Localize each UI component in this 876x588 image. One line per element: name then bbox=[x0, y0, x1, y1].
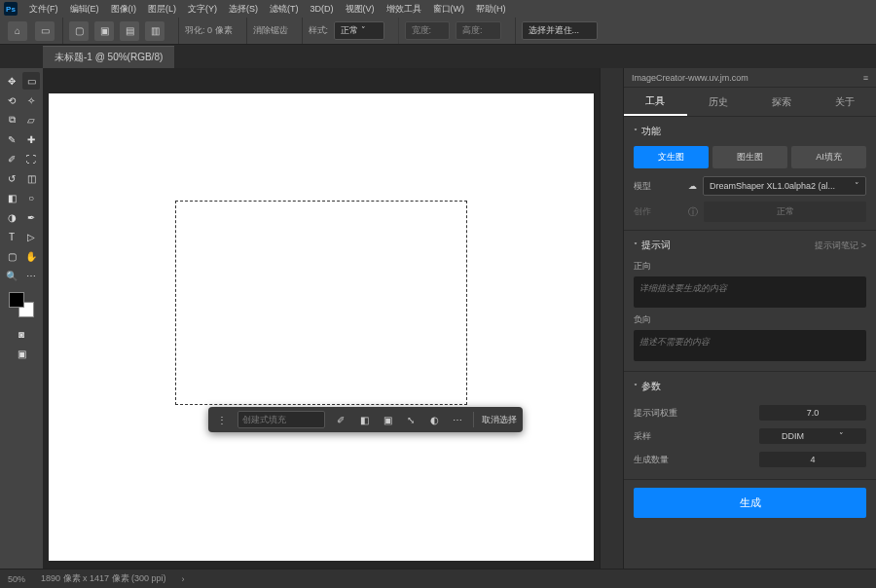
canvas[interactable] bbox=[49, 93, 594, 561]
wand-icon[interactable]: ✧ bbox=[22, 92, 40, 109]
tab-explore[interactable]: 探索 bbox=[750, 90, 814, 115]
chevron-down-icon[interactable]: ˅ bbox=[634, 128, 638, 136]
status-bar: 50% 1890 像素 x 1417 像素 (300 ppi) › bbox=[0, 569, 876, 588]
tab-about[interactable]: 关于 bbox=[813, 90, 876, 115]
dodge-icon[interactable]: ◑ bbox=[3, 208, 20, 226]
hand-icon[interactable]: ✋ bbox=[22, 247, 40, 265]
move-tool-icon[interactable]: ✥ bbox=[3, 72, 20, 90]
panel-title: ImageCreator-www.uv.jm.com bbox=[632, 73, 748, 83]
chevron-down-icon[interactable]: ˅ bbox=[634, 383, 638, 391]
mode-img2img[interactable]: 图生图 bbox=[712, 146, 787, 168]
positive-prompt[interactable] bbox=[634, 276, 866, 308]
menu-help[interactable]: 帮助(H) bbox=[476, 3, 506, 16]
marquee-tool-icon[interactable]: ▭ bbox=[35, 21, 55, 41]
heal-icon[interactable]: ✚ bbox=[22, 130, 40, 148]
info-icon: ⓘ bbox=[688, 205, 698, 219]
zoom-level[interactable]: 50% bbox=[8, 574, 25, 584]
tab-history[interactable]: 历史 bbox=[687, 90, 750, 115]
model-label: 模型 bbox=[634, 180, 682, 193]
shape-icon[interactable]: ▢ bbox=[3, 247, 20, 265]
menu-edit[interactable]: 编辑(E) bbox=[70, 3, 99, 16]
crop-icon[interactable]: ⧉ bbox=[3, 111, 20, 129]
gradient-icon[interactable]: ◧ bbox=[3, 189, 20, 206]
quickmask-icon[interactable]: ◙ bbox=[13, 325, 30, 343]
contextual-task-bar: ⋮ ✐ ◧ ▣ ⤡ ◐ ⋯ 取消选择 bbox=[208, 407, 523, 432]
count-value[interactable]: 4 bbox=[759, 452, 866, 467]
menu-filter[interactable]: 滤镜(T) bbox=[270, 3, 299, 16]
frame-icon[interactable]: ▱ bbox=[22, 111, 40, 129]
tab-tools[interactable]: 工具 bbox=[624, 89, 687, 116]
imagecreator-panel: ImageCreator-www.uv.jm.com ≡ 工具 历史 探索 关于… bbox=[623, 68, 876, 569]
sampler-select[interactable]: DDIM˅ bbox=[759, 428, 866, 444]
sel-sub-icon[interactable]: ▤ bbox=[120, 21, 139, 41]
type-icon[interactable]: T bbox=[3, 228, 20, 245]
marquee-icon[interactable]: ▭ bbox=[22, 72, 40, 90]
width-input: 宽度: bbox=[405, 21, 451, 40]
canvas-area[interactable]: ⋮ ✐ ◧ ▣ ⤡ ◐ ⋯ 取消选择 bbox=[43, 68, 600, 569]
menu-image[interactable]: 图像(I) bbox=[111, 3, 137, 16]
feather-label: 羽化: 0 像素 bbox=[185, 24, 233, 37]
menu-file[interactable]: 文件(F) bbox=[29, 3, 58, 16]
document-tab[interactable]: 未标题-1 @ 50%(RGB/8) bbox=[43, 46, 174, 68]
sel-new-icon[interactable]: ▢ bbox=[69, 21, 89, 41]
history-icon[interactable]: ↺ bbox=[3, 169, 20, 187]
pen-icon[interactable]: ✒ bbox=[22, 208, 40, 226]
panel-menu-icon[interactable]: ≡ bbox=[863, 73, 868, 83]
negative-prompt[interactable] bbox=[634, 330, 866, 361]
blur-icon[interactable]: ○ bbox=[22, 189, 40, 206]
deselect-button[interactable]: 取消选择 bbox=[482, 414, 517, 426]
eyedrop-icon[interactable]: ✎ bbox=[3, 130, 20, 148]
sel-int-icon[interactable]: ▥ bbox=[145, 21, 164, 41]
brush-icon[interactable]: ✐ bbox=[3, 150, 20, 167]
style-select[interactable]: 正常 ˅ bbox=[334, 21, 384, 40]
menu-plugins[interactable]: 增效工具 bbox=[386, 3, 421, 16]
menu-window[interactable]: 窗口(W) bbox=[433, 3, 465, 16]
path-icon[interactable]: ▷ bbox=[22, 228, 40, 245]
positive-label: 正向 bbox=[634, 260, 866, 273]
sel-add-icon[interactable]: ▣ bbox=[94, 21, 114, 41]
more-icon[interactable]: ⋯ bbox=[450, 412, 465, 427]
create-label: 创作 bbox=[634, 205, 682, 218]
fill-icon[interactable]: ▣ bbox=[380, 412, 395, 427]
more-icon[interactable]: ⋯ bbox=[22, 267, 40, 284]
transform-icon[interactable]: ⤡ bbox=[403, 412, 419, 427]
eraser-icon[interactable]: ◫ bbox=[22, 169, 40, 187]
create-mode: 正常 bbox=[704, 202, 866, 222]
options-bar: ⌂ ▭ ▢ ▣ ▤ ▥ 羽化: 0 像素 消除锯齿 样式: 正常 ˅ 宽度: 高… bbox=[0, 18, 876, 45]
mode-inpaint[interactable]: AI填充 bbox=[791, 146, 866, 168]
select-mask-button[interactable]: 选择并遮住... bbox=[522, 21, 599, 40]
chevron-icon[interactable]: › bbox=[182, 574, 185, 584]
adjust-icon[interactable]: ◧ bbox=[356, 412, 372, 427]
generate-button[interactable]: 生成 bbox=[634, 488, 866, 518]
selection-marquee bbox=[175, 201, 467, 405]
grip-icon[interactable]: ⋮ bbox=[214, 412, 230, 427]
menu-view[interactable]: 视图(V) bbox=[346, 3, 375, 16]
prompt-notes-link[interactable]: 提示词笔记 > bbox=[815, 239, 866, 252]
collapsed-panels[interactable] bbox=[600, 68, 623, 569]
cloud-icon: ☁ bbox=[688, 181, 697, 191]
color-swatches[interactable] bbox=[9, 292, 34, 317]
menubar: Ps 文件(F) 编辑(E) 图像(I) 图层(L) 文字(Y) 选择(S) 滤… bbox=[0, 0, 876, 18]
invert-icon[interactable]: ◐ bbox=[426, 412, 442, 427]
antialias-label: 消除锯齿 bbox=[253, 24, 288, 37]
chevron-down-icon[interactable]: ˅ bbox=[634, 241, 638, 250]
cfg-value[interactable]: 7.0 bbox=[759, 405, 866, 421]
zoom-icon[interactable]: 🔍 bbox=[3, 267, 20, 284]
home-icon[interactable]: ⌂ bbox=[8, 21, 27, 41]
lasso-icon[interactable]: ⟲ bbox=[3, 92, 20, 109]
section-params: 参数 bbox=[641, 380, 661, 393]
menu-type[interactable]: 文字(Y) bbox=[188, 3, 217, 16]
tools-panel: ✥▭ ⟲✧ ⧉▱ ✎✚ ✐⛶ ↺◫ ◧○ ◑✒ T▷ ▢✋ 🔍⋯ ◙ ▣ bbox=[0, 68, 43, 569]
menu-3d[interactable]: 3D(D) bbox=[310, 4, 334, 14]
menu-layer[interactable]: 图层(L) bbox=[148, 3, 176, 16]
cfg-label: 提示词权重 bbox=[634, 407, 677, 420]
menu-select[interactable]: 选择(S) bbox=[229, 3, 258, 16]
model-select[interactable]: DreamShaper XL1.0alpha2 (al...˅ bbox=[703, 176, 866, 196]
stamp-icon[interactable]: ⛶ bbox=[22, 150, 40, 167]
brush-icon[interactable]: ✐ bbox=[333, 412, 348, 427]
prompt-input[interactable] bbox=[237, 411, 325, 428]
screenmode-icon[interactable]: ▣ bbox=[13, 345, 30, 362]
app-icon: Ps bbox=[4, 2, 18, 16]
mode-txt2img[interactable]: 文生图 bbox=[634, 146, 709, 168]
document-tabs: 未标题-1 @ 50%(RGB/8) bbox=[0, 45, 876, 68]
